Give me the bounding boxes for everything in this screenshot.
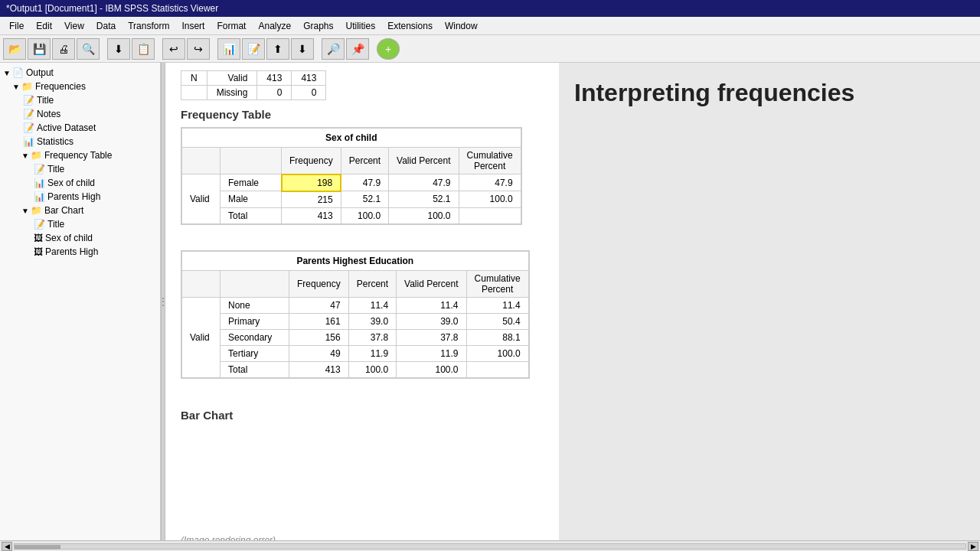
redo-button[interactable]: ↪ [187, 38, 210, 60]
female-frequency: 198 [282, 174, 341, 191]
menu-file[interactable]: File [3, 19, 30, 33]
table-row: Total 413 100.0 100.0 [182, 207, 521, 223]
save-button[interactable]: 💾 [28, 38, 51, 60]
bar-title-icon: 📝 [34, 219, 45, 230]
insert-case-button[interactable]: ⬆ [266, 38, 289, 60]
scroll-left-button[interactable]: ◀ [2, 542, 12, 551]
male-cumulative: 100.0 [459, 191, 521, 208]
parents-col-percent: Percent [348, 270, 396, 297]
sidebar-item-statistics[interactable]: 📊 Statistics [0, 135, 160, 148]
menu-graphs[interactable]: Graphs [297, 19, 339, 33]
scroll-right-button[interactable]: ▶ [968, 542, 978, 551]
frequencies-icon: 📁 [21, 81, 33, 92]
statistics-icon: 📊 [23, 136, 34, 147]
insert-var-button[interactable]: ⬇ [291, 38, 314, 60]
none-valid-percent: 11.4 [397, 297, 466, 313]
bookmark-button[interactable]: 📌 [346, 38, 369, 60]
parents-col-empty2 [220, 270, 289, 297]
secondary-label: Secondary [220, 329, 289, 345]
col-header-frequency: Frequency [282, 148, 341, 174]
scroll-thumb[interactable] [15, 545, 60, 549]
none-frequency: 47 [289, 297, 349, 313]
sidebar-item-bar-chart[interactable]: ▼ 📁 Bar Chart [0, 204, 160, 217]
menu-insert[interactable]: Insert [175, 19, 211, 33]
sidebar-bar-chart-label: Bar Chart [44, 205, 83, 216]
tertiary-valid-percent: 11.9 [397, 345, 466, 361]
female-cumulative: 47.9 [459, 174, 521, 191]
female-label: Female [220, 174, 282, 191]
scroll-track[interactable] [14, 543, 966, 549]
n-missing-empty [181, 86, 207, 100]
col-header-empty2 [220, 148, 282, 174]
active-dataset-icon: 📝 [23, 122, 34, 133]
n-valid-col1: 413 [257, 71, 292, 86]
menu-edit[interactable]: Edit [30, 19, 58, 33]
n-missing-col2: 0 [292, 86, 326, 100]
toggle-bar-chart[interactable]: ▼ [21, 207, 29, 215]
bar-chart-heading: Bar Chart [181, 409, 544, 422]
sidebar-item-freq-title[interactable]: 📝 Title [0, 162, 160, 176]
total-cumulative-parents [466, 361, 528, 377]
toolbar: 📂 💾 🖨 🔍 ⬇ 📋 ↩ ↪ 📊 📝 ⬆ ⬇ 🔎 📌 + [0, 35, 980, 63]
right-panel: Interpreting frequencies [559, 63, 980, 540]
sidebar-item-bar-sex-of-child[interactable]: 🖼 Sex of child [0, 231, 160, 245]
n-valid-label: Valid [207, 71, 257, 86]
toggle-freq-table[interactable]: ▼ [21, 152, 29, 160]
goto-data-button[interactable]: 📊 [217, 38, 240, 60]
goto-syntax-button[interactable]: 📝 [242, 38, 265, 60]
parents-table-wrapper: Parents Highest Education Frequency Perc… [181, 250, 530, 379]
sidebar-output-label: Output [26, 67, 54, 78]
menu-format[interactable]: Format [211, 19, 252, 33]
n-valid-row: N Valid 413 413 [181, 71, 326, 86]
parents-high-1-icon: 📊 [34, 191, 45, 202]
print-button[interactable]: 🖨 [52, 38, 75, 60]
tertiary-cumulative: 100.0 [466, 345, 528, 361]
sidebar-item-bar-title[interactable]: 📝 Title [0, 217, 160, 231]
bar-chart-area [181, 428, 544, 489]
primary-valid-percent: 39.0 [397, 313, 466, 329]
menu-transform[interactable]: Transform [122, 19, 175, 33]
table-row: Valid Female 198 47.9 47.9 47.9 [182, 174, 521, 191]
menu-extensions[interactable]: Extensions [381, 19, 439, 33]
bar-sex-icon: 🖼 [34, 233, 43, 243]
export-button[interactable]: ⬇ [107, 38, 130, 60]
horizontal-scrollbar[interactable]: ◀ ▶ [0, 540, 980, 551]
sidebar-item-notes[interactable]: 📝 Notes [0, 107, 160, 121]
menu-analyze[interactable]: Analyze [252, 19, 297, 33]
n-label: N [181, 71, 207, 86]
sidebar-item-parents-high-2[interactable]: 🖼 Parents High [0, 245, 160, 259]
table-row: Primary 161 39.0 39.0 50.4 [182, 313, 529, 329]
menu-utilities[interactable]: Utilities [340, 19, 382, 33]
toggle-output[interactable]: ▼ [3, 69, 11, 77]
tertiary-frequency: 49 [289, 345, 349, 361]
primary-label: Primary [220, 313, 289, 329]
none-cumulative: 11.4 [466, 297, 528, 313]
sidebar-active-dataset-label: Active Dataset [37, 122, 96, 133]
parents-col-empty1 [182, 270, 220, 297]
sex-of-child-title: Sex of child [182, 129, 521, 148]
insert-output-button[interactable]: 📋 [132, 38, 155, 60]
toggle-frequencies[interactable]: ▼ [12, 83, 20, 91]
parents-col-cumulative: CumulativePercent [466, 270, 528, 297]
total-percent-parents: 100.0 [348, 361, 396, 377]
title-bar-text: *Output1 [Document1] - IBM SPSS Statisti… [6, 3, 218, 14]
zoom-button[interactable]: 🔍 [77, 38, 100, 60]
sidebar-item-active-dataset[interactable]: 📝 Active Dataset [0, 121, 160, 135]
find-button[interactable]: 🔎 [322, 38, 345, 60]
sidebar-item-title[interactable]: 📝 Title [0, 93, 160, 107]
menu-window[interactable]: Window [439, 19, 484, 33]
sidebar-item-frequency-table[interactable]: ▼ 📁 Frequency Table [0, 148, 160, 162]
sidebar-item-sex-of-child[interactable]: 📊 Sex of child [0, 176, 160, 190]
sidebar-parents-high-1-label: Parents High [47, 191, 100, 202]
dialog-recall-button[interactable]: + [377, 38, 400, 60]
sidebar-item-output[interactable]: ▼ 📄 Output [0, 66, 160, 80]
undo-button[interactable]: ↩ [162, 38, 185, 60]
open-button[interactable]: 📂 [3, 38, 26, 60]
parents-high-2-icon: 🖼 [34, 246, 43, 257]
menu-data[interactable]: Data [90, 19, 122, 33]
sidebar-item-parents-high-1[interactable]: 📊 Parents High [0, 190, 160, 204]
male-label: Male [220, 191, 282, 208]
n-valid-col2: 413 [292, 71, 326, 86]
sidebar-item-frequencies[interactable]: ▼ 📁 Frequencies [0, 80, 160, 93]
menu-view[interactable]: View [58, 19, 90, 33]
